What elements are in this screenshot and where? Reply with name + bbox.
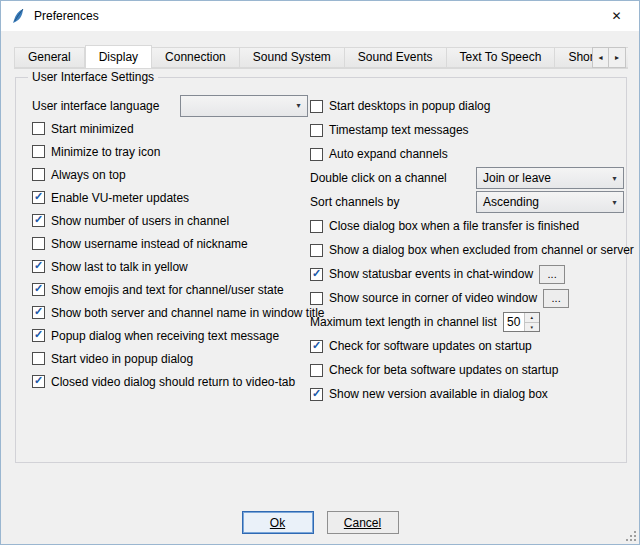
checkbox-show-emojis[interactable]: Show emojis and text for channel/user st…	[32, 278, 308, 301]
checkbox-close-on-file-transfer[interactable]: Close dialog box when a file transfer is…	[310, 214, 624, 238]
checkbox-show-username[interactable]: Show username instead of nickname	[32, 232, 308, 255]
titlebar[interactable]: Preferences ✕	[1, 1, 639, 31]
user-interface-settings-group: User Interface Settings User interface l…	[15, 77, 627, 463]
dialog-footer: Ok Cancel	[1, 511, 639, 534]
checkbox-box	[32, 329, 45, 342]
checkbox-box	[310, 364, 323, 377]
language-select[interactable]: ▾	[180, 95, 308, 117]
tab-general[interactable]: General	[14, 47, 85, 68]
chevron-down-icon: ▾	[606, 174, 623, 183]
checkbox-box	[310, 244, 323, 257]
left-column: User interface language ▾ Start minimize…	[32, 94, 308, 393]
checkbox-label: Enable VU-meter updates	[51, 191, 189, 205]
checkbox-box	[32, 145, 45, 158]
tab-scroll-left-icon[interactable]: ◂	[592, 47, 609, 68]
checkbox-always-on-top[interactable]: Always on top	[32, 163, 308, 186]
checkbox-closed-video-return-tab[interactable]: Closed video dialog should return to vid…	[32, 370, 308, 393]
double-click-select[interactable]: Join or leave ▾	[476, 167, 624, 189]
checkbox-box	[32, 306, 45, 319]
sort-channels-label: Sort channels by	[310, 195, 399, 209]
preferences-dialog: Preferences ✕ General Display Connection…	[0, 0, 640, 545]
tab-scroll-right-icon[interactable]: ▸	[609, 47, 626, 68]
checkbox-label: Show source in corner of video window	[329, 291, 537, 305]
checkbox-box	[32, 214, 45, 227]
checkbox-check-beta-updates[interactable]: Check for beta software updates on start…	[310, 358, 624, 382]
checkbox-box	[32, 260, 45, 273]
checkbox-statusbar-events[interactable]	[310, 268, 323, 281]
checkbox-start-minimized[interactable]: Start minimized	[32, 117, 308, 140]
double-click-row: Double click on a channel Join or leave …	[310, 166, 624, 190]
checkbox-label: Show new version available in dialog box	[329, 387, 548, 401]
group-title: User Interface Settings	[28, 70, 158, 84]
checkbox-box	[310, 124, 323, 137]
checkbox-label: Timestamp text messages	[329, 123, 469, 137]
checkbox-box	[32, 352, 45, 365]
checkbox-vu-meter-updates[interactable]: Enable VU-meter updates	[32, 186, 308, 209]
statusbar-events-more-button[interactable]: ...	[539, 265, 565, 284]
checkbox-show-new-version[interactable]: Show new version available in dialog box	[310, 382, 624, 406]
sort-channels-select[interactable]: Ascending ▾	[476, 191, 624, 213]
checkbox-box	[32, 168, 45, 181]
checkbox-box	[310, 148, 323, 161]
checkbox-box	[310, 220, 323, 233]
checkbox-start-video-popup[interactable]: Start video in popup dialog	[32, 347, 308, 370]
tab-sound-system[interactable]: Sound System	[240, 47, 345, 68]
spin-up-icon[interactable]: ▴	[525, 313, 539, 323]
checkbox-label: Show both server and channel name in win…	[51, 306, 325, 320]
checkbox-label: Start minimized	[51, 122, 134, 136]
resize-grip[interactable]	[624, 529, 636, 541]
tab-connection[interactable]: Connection	[152, 47, 240, 68]
checkbox-dialog-on-exclude[interactable]: Show a dialog box when excluded from cha…	[310, 238, 624, 262]
checkbox-box	[310, 340, 323, 353]
checkbox-box	[32, 283, 45, 296]
checkbox-label: Auto expand channels	[329, 147, 448, 161]
checkbox-popup-on-text-message[interactable]: Popup dialog when receiving text message	[32, 324, 308, 347]
close-button[interactable]: ✕	[594, 1, 639, 31]
checkbox-label: Minimize to tray icon	[51, 145, 160, 159]
checkbox-label: Check for software updates on startup	[329, 339, 532, 353]
sort-channels-row: Sort channels by Ascending ▾	[310, 190, 624, 214]
checkbox-label: Start video in popup dialog	[51, 352, 193, 366]
checkbox-video-source-corner[interactable]	[310, 292, 323, 305]
spinner-value: 50	[504, 313, 524, 331]
spin-down-icon[interactable]: ▾	[525, 323, 539, 332]
checkbox-box	[32, 191, 45, 204]
checkbox-box	[32, 375, 45, 388]
spinner-buttons: ▴ ▾	[524, 313, 539, 331]
checkbox-label: Show username instead of nickname	[51, 237, 248, 251]
statusbar-events-row: Show statusbar events in chat-window ...	[310, 262, 624, 286]
max-text-length-spinner[interactable]: 50 ▴ ▾	[503, 312, 540, 332]
checkbox-label: Always on top	[51, 168, 126, 182]
checkbox-show-user-count[interactable]: Show number of users in channel	[32, 209, 308, 232]
checkbox-label: Show last to talk in yellow	[51, 260, 188, 274]
video-source-row: Show source in corner of video window ..…	[310, 286, 624, 310]
checkbox-auto-expand-channels[interactable]: Auto expand channels	[310, 142, 624, 166]
tab-sound-events[interactable]: Sound Events	[345, 47, 447, 68]
checkbox-label: Popup dialog when receiving text message	[51, 329, 279, 343]
max-text-length-label: Maximum text length in channel list	[310, 315, 497, 329]
checkbox-minimize-to-tray[interactable]: Minimize to tray icon	[32, 140, 308, 163]
app-icon	[10, 8, 26, 24]
tab-strip: General Display Connection Sound System …	[14, 44, 628, 69]
language-label: User interface language	[32, 99, 159, 113]
checkbox-last-to-talk-yellow[interactable]: Show last to talk in yellow	[32, 255, 308, 278]
checkbox-timestamp-messages[interactable]: Timestamp text messages	[310, 118, 624, 142]
tab-text-to-speech[interactable]: Text To Speech	[447, 47, 556, 68]
language-row: User interface language ▾	[32, 94, 308, 117]
checkbox-check-updates[interactable]: Check for software updates on startup	[310, 334, 624, 358]
tab-display[interactable]: Display	[85, 45, 152, 69]
chevron-down-icon: ▾	[606, 198, 623, 207]
checkbox-label: Show emojis and text for channel/user st…	[51, 283, 284, 297]
checkbox-server-channel-in-title[interactable]: Show both server and channel name in win…	[32, 301, 308, 324]
combo-value: Join or leave	[483, 171, 551, 185]
checkbox-label: Show number of users in channel	[51, 214, 229, 228]
ok-button[interactable]: Ok	[242, 511, 314, 534]
cancel-button[interactable]: Cancel	[327, 511, 399, 534]
checkbox-box	[310, 388, 323, 401]
video-source-more-button[interactable]: ...	[543, 289, 569, 308]
checkbox-label: Closed video dialog should return to vid…	[51, 375, 295, 389]
checkbox-box	[32, 122, 45, 135]
tab-scroll-buttons: ◂ ▸	[592, 47, 626, 68]
checkbox-label: Show statusbar events in chat-window	[329, 267, 533, 281]
checkbox-start-desktops-popup[interactable]: Start desktops in popup dialog	[310, 94, 624, 118]
